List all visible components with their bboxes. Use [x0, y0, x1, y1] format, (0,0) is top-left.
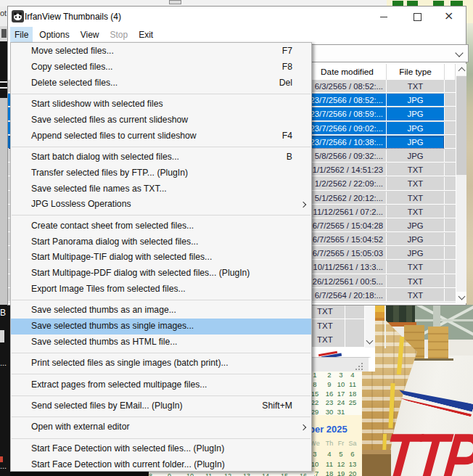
- cell-date-modified: 10/11/2561 / 13:3...: [308, 260, 387, 274]
- cell-file-type: TXT: [387, 260, 445, 274]
- cell-date-modified: 26/12/2561 / 00:5...: [308, 275, 387, 288]
- menubar-item-exit[interactable]: Exit: [134, 27, 157, 43]
- calendar-day-fragment: 11: [205, 472, 212, 476]
- calendar-day[interactable]: 25: [346, 398, 359, 406]
- menu-item-label: Create contact sheet from selected files…: [31, 221, 194, 231]
- menu-item-label: JPG Lossless Operations: [31, 199, 131, 209]
- irfanview-app-icon: [12, 10, 24, 22]
- scroll-down-icon[interactable]: [366, 337, 374, 345]
- background-file-row: TXT: [308, 305, 364, 319]
- menu-item[interactable]: Print selected files as single images (b…: [11, 356, 311, 372]
- calendar-day-header: Sa: [346, 440, 359, 447]
- menu-item[interactable]: Save selected thumbs as HTML file...: [11, 335, 311, 350]
- calendar-day-fragment: 13: [243, 472, 250, 476]
- menu-item-label: Extract pages from selected multipage fi…: [31, 379, 207, 390]
- menu-item[interactable]: Append selected files to current slidesh…: [11, 128, 311, 144]
- menu-item-label: Save selected files as current slideshow: [31, 115, 188, 125]
- menubar-item-view[interactable]: View: [76, 27, 104, 43]
- column-header-empty: [445, 64, 456, 80]
- title-bar[interactable]: IrfanView Thumbnails (4) ×: [8, 7, 466, 27]
- calendar-day-fragment: 10: [186, 472, 194, 476]
- resize-grip[interactable]: [354, 361, 363, 370]
- menu-bar: FileOptionsViewStopExit: [8, 27, 466, 43]
- cell-date-modified: 23/7/2566 / 08:52:...: [308, 94, 387, 107]
- menubar-item-options[interactable]: Options: [35, 27, 73, 43]
- menu-item[interactable]: Save selected file names as TXT...: [11, 181, 311, 197]
- menu-item-label: Start Face Detection with selected files…: [31, 443, 224, 454]
- menu-item[interactable]: Start Multipage-TIF dialog with selected…: [11, 250, 311, 266]
- photo-truss-bar: [415, 319, 473, 321]
- calendar-day[interactable]: 4: [346, 372, 359, 379]
- calendar-day[interactable]: 11: [346, 380, 359, 388]
- menu-separator: [11, 91, 311, 97]
- menu-item[interactable]: Send selected files by EMail... (PlugIn)…: [11, 398, 311, 414]
- menu-item-label: Save selected thumbs as single images...: [31, 321, 194, 331]
- maximize-button[interactable]: [400, 7, 434, 27]
- menu-item-label: Start batch dialog with selected files..…: [31, 152, 179, 162]
- menu-item-label: Copy selected files...: [31, 62, 112, 72]
- menu-item[interactable]: Delete selected files...Del: [11, 75, 311, 91]
- menu-item[interactable]: Start slideshow with selected files: [11, 97, 311, 112]
- menu-item-shortcut: Del: [279, 75, 292, 91]
- column-header-date-modified[interactable]: Date modified: [308, 64, 387, 80]
- cell-date-modified: 6/3/2565 / 08:52:...: [308, 80, 387, 93]
- menu-item[interactable]: Copy selected files...F8: [11, 60, 311, 75]
- scroll-up-button[interactable]: [456, 64, 466, 75]
- menu-item[interactable]: Open with external editor: [11, 419, 311, 435]
- scroll-down-button[interactable]: [456, 292, 466, 303]
- calendar-day[interactable]: 6: [346, 450, 359, 458]
- green-letter-fragment: [407, 1, 418, 6]
- scrollbar-thumb[interactable]: [456, 76, 466, 175]
- cell-date-modified: 23/7/2566 / 09:02:...: [308, 122, 387, 135]
- cell-file-type: JPG: [387, 219, 445, 232]
- cell-file-type: JPG: [387, 107, 445, 120]
- submenu-arrow-icon: [300, 202, 306, 208]
- menu-item[interactable]: Save selected thumbs as single images...: [11, 319, 311, 335]
- calendar-day[interactable]: 31: [334, 408, 347, 416]
- calendar-widget: ber 2025 1234891011151617182223242529303…: [308, 372, 362, 476]
- menu-item[interactable]: Transfer selected files by FTP... (PlugI…: [11, 165, 311, 181]
- calendar-day-fragment: 16: [300, 472, 307, 476]
- cell-file-type: TXT: [387, 192, 445, 205]
- column-header-file-type[interactable]: File type: [387, 64, 445, 80]
- menu-item[interactable]: Start batch dialog with selected files..…: [11, 149, 311, 165]
- menubar-item-file[interactable]: File: [10, 27, 33, 43]
- minimize-button[interactable]: [367, 7, 400, 27]
- menubar-item-stop[interactable]: Stop: [106, 27, 133, 43]
- menu-item[interactable]: Create contact sheet from selected files…: [11, 218, 311, 234]
- background-text-fragment: ...: [0, 358, 7, 369]
- menu-item-label: Open with external editor: [31, 422, 130, 432]
- menu-item-label: Save selected thumbs as HTML file...: [31, 337, 177, 347]
- menu-item[interactable]: Save selected files as current slideshow: [11, 112, 311, 128]
- vertical-scrollbar[interactable]: [456, 64, 466, 303]
- menu-separator: [11, 213, 311, 218]
- menu-item[interactable]: JPG Lossless Operations: [11, 197, 311, 213]
- menu-item-shortcut: B: [287, 149, 292, 165]
- submenu-arrow-icon: [300, 424, 306, 430]
- menu-item[interactable]: Start Face Detection with current folder…: [11, 457, 311, 473]
- menu-item[interactable]: Start Multipage-PDF dialog with selected…: [11, 266, 311, 282]
- menu-item-label: Start Multipage-TIF dialog with selected…: [31, 252, 212, 262]
- close-button[interactable]: ×: [434, 7, 467, 27]
- menu-item-label: Save selected thumbs as an image...: [31, 305, 176, 315]
- menu-item[interactable]: Start Panorama dialog with selected file…: [11, 234, 311, 250]
- calendar-day[interactable]: 18: [346, 390, 359, 398]
- calendar-day[interactable]: 13: [346, 460, 359, 468]
- calendar-day[interactable]: 20: [346, 469, 359, 476]
- menu-separator: [11, 372, 311, 377]
- cell-file-type: JPG: [387, 149, 445, 163]
- menu-item[interactable]: Start Face Detection with selected files…: [11, 441, 311, 457]
- menu-item[interactable]: Extract pages from selected multipage fi…: [11, 377, 311, 393]
- menu-separator: [11, 298, 311, 303]
- green-letter-fragment: [451, 1, 463, 6]
- menu-item-label: Start Face Detection with current folder…: [31, 459, 225, 469]
- menu-item[interactable]: Save selected thumbs as an image...: [11, 303, 311, 319]
- calendar-day-fragment: 15: [281, 472, 288, 476]
- menu-item[interactable]: Export Image Tiles from selected files..…: [11, 282, 311, 298]
- photo-boxes: [428, 327, 448, 360]
- cell-date-modified: 1/2/2562 / 22:09:...: [308, 177, 387, 190]
- menu-item[interactable]: Move selected files...F7: [11, 44, 311, 60]
- cell-date-modified: 6/7/2565 / 15:05:03: [308, 247, 387, 260]
- background-file-list-window: TXTTXTTXT: [308, 305, 375, 372]
- background-text-fragment: ot: [0, 9, 7, 20]
